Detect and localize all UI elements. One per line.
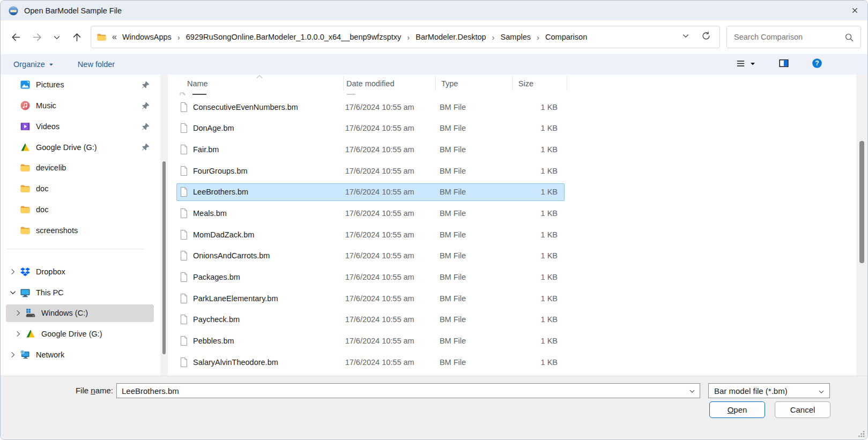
view-mode-button[interactable]	[736, 58, 746, 71]
breadcrumb-item[interactable]: 6929RuSongOnline.BarModeler_1.0.0.0_x64_…	[184, 33, 403, 41]
network-icon	[20, 349, 31, 360]
file-name: ParkLaneElementary.bm	[193, 294, 278, 303]
music-icon	[20, 100, 31, 111]
file-type: BM File	[434, 315, 510, 324]
list-view-icon	[736, 58, 746, 69]
sort-ascending-icon	[255, 74, 264, 79]
file-name: Packages.bm	[193, 273, 240, 281]
dropbox-icon	[20, 266, 31, 277]
file-row[interactable]: FourGroups.bm 17/6/2024 10:55 am BM File…	[176, 162, 565, 180]
sidebar-item-windows-c[interactable]: Windows (C:)	[6, 304, 154, 322]
folder-icon	[20, 183, 31, 194]
sidebar-item-label: screenshots	[36, 226, 78, 235]
sidebar-item-dropbox[interactable]: Dropbox	[6, 263, 154, 281]
breadcrumb-separator: ›	[488, 33, 499, 42]
file-list-scrollbar-thumb[interactable]	[859, 141, 864, 263]
file-type: BM File	[434, 251, 510, 260]
sidebar-item-screenshots[interactable]: screenshots	[6, 221, 154, 239]
cancel-button[interactable]: Cancel	[775, 401, 830, 418]
organize-menu[interactable]: Organize	[13, 60, 54, 69]
sidebar-item-doc-2[interactable]: doc	[6, 201, 154, 219]
file-row[interactable]: OnionsAndCarrots.bm 17/6/2024 10:55 am B…	[176, 247, 565, 265]
file-row[interactable]: DonAge.bm 17/6/2024 10:55 am BM File 1 K…	[176, 120, 565, 137]
expand-chevron[interactable]	[11, 309, 25, 317]
sidebar-item-google-drive-tree[interactable]: Google Drive (G:)	[6, 325, 154, 342]
breadcrumb-item[interactable]: Samples	[499, 33, 533, 41]
file-date-modified: 17/6/2024 10:55 am	[343, 315, 434, 324]
file-icon	[180, 272, 188, 282]
back-button[interactable]	[8, 28, 24, 47]
file-row[interactable]: LeeBrothers.bm 17/6/2024 10:55 am BM Fil…	[176, 183, 565, 201]
footer: File name: Bar model file (*.bm) Open Ca…	[1, 376, 867, 439]
file-row[interactable]: ParkLaneElementary.bm 17/6/2024 10:55 am…	[176, 289, 565, 307]
sidebar-item-google-drive[interactable]: Google Drive (G:)	[6, 138, 154, 156]
sidebar-item-this-pc[interactable]: This PC	[6, 284, 154, 301]
file-name: ConsecutiveEvenNumbers.bm	[193, 103, 298, 111]
file-icon	[180, 102, 188, 113]
search-icon	[844, 33, 854, 42]
breadcrumb-item[interactable]: WindowsApps	[120, 33, 174, 41]
recent-locations-button[interactable]	[50, 28, 63, 47]
file-name-input[interactable]	[116, 383, 700, 398]
breadcrumb-item[interactable]: BarModeler.Desktop	[413, 33, 488, 41]
search-box	[726, 26, 861, 48]
help-button[interactable]	[812, 58, 822, 71]
breadcrumb-overflow[interactable]: «	[107, 32, 120, 42]
file-size: 1 KB	[510, 337, 564, 345]
pin-icon	[142, 102, 150, 110]
file-row[interactable]: Paycheck.bm 17/6/2024 10:55 am BM File 1…	[176, 311, 565, 329]
sidebar-item-pictures[interactable]: Pictures	[6, 76, 154, 94]
column-header-size[interactable]: Size	[513, 76, 567, 91]
file-row[interactable]: Fair.bm 17/6/2024 10:55 am BM File 1 KB	[176, 140, 565, 158]
file-row[interactable]: Pebbles.bm 17/6/2024 10:55 am BM File 1 …	[176, 332, 565, 350]
open-button[interactable]: Open	[709, 401, 765, 418]
file-row[interactable]: Meals.bm 17/6/2024 10:55 am BM File 1 KB	[176, 204, 565, 222]
preview-pane-button[interactable]	[778, 58, 789, 71]
sidebar-item-devicelib[interactable]: devicelib	[6, 159, 154, 177]
file-row[interactable]: MomDadZack.bm 17/6/2024 10:55 am BM File…	[176, 226, 565, 243]
file-date-modified: 17/6/2024 10:55 am	[343, 358, 434, 367]
file-type: BM File	[434, 103, 510, 111]
sidebar-item-network[interactable]: Network	[6, 346, 154, 363]
file-name: SalaryAlvinTheodore.bm	[193, 358, 278, 367]
file-type: BM File	[434, 167, 510, 175]
file-size: 1 KB	[510, 315, 564, 324]
file-icon	[180, 123, 188, 133]
expand-chevron[interactable]	[6, 268, 20, 275]
file-name: Fair.bm	[193, 145, 219, 154]
sidebar-item-doc[interactable]: doc	[6, 180, 154, 198]
column-header-type[interactable]: Type	[436, 76, 513, 91]
file-name: FourGroups.bm	[193, 167, 248, 175]
file-row[interactable]: ConsecutiveEvenNumbers.bm 17/6/2024 10:5…	[176, 98, 565, 116]
view-mode-dropdown[interactable]	[750, 59, 756, 69]
sidebar-item-videos[interactable]: Videos	[6, 118, 154, 136]
file-row[interactable]: Packages.bm 17/6/2024 10:55 am BM File 1…	[176, 269, 565, 286]
folder-icon	[20, 225, 31, 236]
forward-button[interactable]	[29, 28, 45, 47]
file-name: DonAge.bm	[193, 124, 234, 132]
expand-chevron[interactable]	[11, 330, 25, 338]
navigation-pane: Pictures Music Videos Google Drive (G:)	[1, 74, 160, 376]
file-list: Name Date modified Type Size Consecu	[168, 74, 856, 376]
column-header-date-modified[interactable]: Date modified	[344, 76, 436, 91]
refresh-button[interactable]	[701, 31, 711, 43]
up-button[interactable]	[69, 28, 85, 47]
search-input[interactable]	[727, 26, 860, 48]
file-date-modified: 17/6/2024 10:55 am	[343, 337, 434, 345]
sidebar-item-music[interactable]: Music	[6, 97, 154, 115]
sidebar-scrollbar-thumb[interactable]	[162, 161, 166, 354]
file-type-select[interactable]: Bar model file (*.bm)	[708, 383, 830, 398]
new-folder-button[interactable]: New folder	[78, 60, 115, 69]
close-button[interactable]	[842, 1, 867, 20]
sidebar-scrollbar[interactable]	[160, 74, 168, 376]
expand-chevron[interactable]	[6, 351, 20, 359]
file-list-scrollbar[interactable]	[856, 74, 867, 376]
breadcrumb-item[interactable]: Comparison	[543, 33, 589, 41]
file-name: Pebbles.bm	[193, 337, 234, 345]
address-dropdown-button[interactable]	[682, 32, 689, 42]
breadcrumb-separator: ›	[174, 33, 184, 42]
file-row[interactable]: SalaryAlvinTheodore.bm 17/6/2024 10:55 a…	[176, 353, 565, 371]
file-icon	[180, 208, 188, 219]
collapse-chevron[interactable]	[6, 289, 20, 296]
address-bar[interactable]: « WindowsApps › 6929RuSongOnline.BarMode…	[91, 26, 720, 48]
